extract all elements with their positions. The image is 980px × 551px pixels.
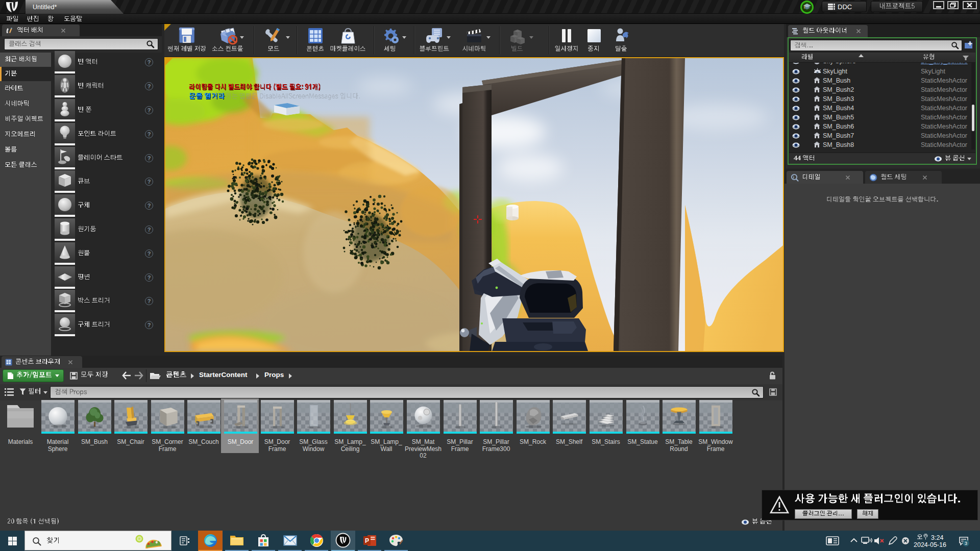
svg-text:i: i [793,174,795,180]
svg-text:P: P [365,537,369,544]
